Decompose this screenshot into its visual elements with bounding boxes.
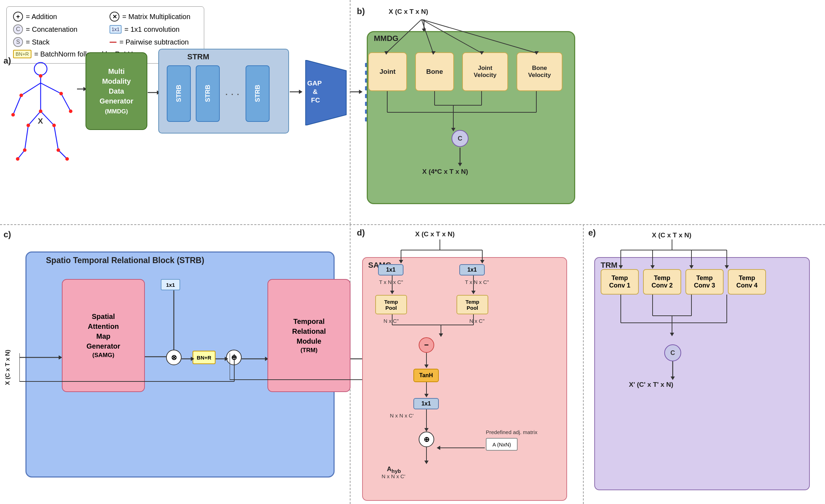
arrow-gap-output <box>350 88 363 96</box>
matrix-mult-label: = Matrix Multiplication <box>122 13 190 21</box>
svg-marker-31 <box>306 60 346 125</box>
temp-conv-3: TempConv 3 <box>685 269 724 295</box>
svg-line-5 <box>61 94 71 111</box>
svg-text:X: X <box>38 117 43 125</box>
svg-marker-100 <box>390 291 394 294</box>
svg-point-23 <box>65 157 69 161</box>
svg-marker-98 <box>480 260 484 263</box>
vertical-divider-top <box>350 0 350 224</box>
svg-marker-128 <box>689 265 694 269</box>
strb-input-label: X (C x T x N) <box>4 350 11 385</box>
trm-input-arrows <box>594 239 810 269</box>
svg-line-4 <box>13 95 21 115</box>
legend-conv: 1x1 = 1x1 convolution <box>110 24 198 34</box>
legend-pairwise: = Pairwise subtraction <box>110 37 198 47</box>
mmdg-text: MultiModalityDataGenerator(MMDG) <box>100 66 134 116</box>
vertical-divider-bottom-2 <box>583 224 584 504</box>
strb-detail-title: Spatio Temporal Relational Block (STRB) <box>46 256 204 265</box>
addition-label: = Addition <box>26 13 57 21</box>
samg-pool-right: TempPool <box>456 295 488 314</box>
section-c-label: c) <box>4 230 11 239</box>
arrow-trm-concat-down <box>664 361 681 381</box>
concat-circle-trm: C <box>664 344 681 361</box>
svg-point-13 <box>19 94 23 97</box>
svg-marker-36 <box>359 90 363 94</box>
svg-point-16 <box>69 109 72 113</box>
panel-b-input-label: X (C x T x N) <box>389 8 428 16</box>
stack-icon: S <box>13 37 23 47</box>
strb-block-2: STRB <box>196 65 220 122</box>
samg-conv-right: 1x1 <box>459 264 485 275</box>
adj-matrix-box: A (NxN) <box>486 438 518 451</box>
temp-conv-1: TempConv 1 <box>601 269 639 295</box>
samg-conv-left: 1x1 <box>378 264 403 275</box>
samg-output-label: Ahyb <box>387 466 401 474</box>
gap-fc-box: GAP & FC <box>302 60 350 125</box>
skip-connection-1 <box>19 346 238 385</box>
temp-conv-4: TempConv 4 <box>728 269 766 295</box>
section-d-label: d) <box>357 228 365 238</box>
svg-point-22 <box>16 157 19 161</box>
arrow-adj-oplus <box>435 444 487 452</box>
svg-line-3 <box>41 83 61 94</box>
samg-input-label: X (C x T x N) <box>415 230 455 238</box>
trm-arrows-concat <box>594 295 810 344</box>
strb-block-1: STRB <box>167 65 191 122</box>
svg-line-51 <box>422 19 482 53</box>
legend-matrix-mult: ✕ = Matrix Multiplication <box>110 12 198 22</box>
svg-line-8 <box>25 125 28 150</box>
samg-arrows-pool <box>362 275 567 295</box>
svg-marker-144 <box>671 376 675 380</box>
arrow-strm-gap <box>290 88 303 96</box>
concat-icon: C <box>13 24 23 34</box>
svg-marker-125 <box>650 265 655 269</box>
stack-label: = Stack <box>26 38 49 46</box>
svg-marker-118 <box>424 461 429 464</box>
svg-point-12 <box>39 74 42 78</box>
strb-block-3: STRB <box>246 65 270 122</box>
svg-marker-95 <box>399 260 403 263</box>
svg-text:&: & <box>313 88 318 95</box>
svg-point-17 <box>39 109 42 113</box>
samg-pool-left: TempPool <box>375 295 407 314</box>
svg-marker-114 <box>424 428 429 432</box>
samg-conv3: 1x1 <box>413 398 439 409</box>
horizontal-divider <box>0 224 825 225</box>
svg-text:GAP: GAP <box>307 79 322 87</box>
samg-arrows-subtract <box>362 314 567 337</box>
svg-point-19 <box>52 124 56 127</box>
section-b-label: b) <box>357 6 365 16</box>
trm-input-label: X (C x T x N) <box>652 231 691 239</box>
skeleton-figure: X <box>5 55 78 164</box>
conv-label: = 1x1 convolution <box>124 25 179 34</box>
svg-marker-50 <box>431 51 436 55</box>
svg-line-47 <box>386 19 422 53</box>
pairwise-icon <box>110 42 117 43</box>
conv-icon: 1x1 <box>110 25 122 34</box>
svg-marker-131 <box>725 265 729 269</box>
predefined-label: Predefined adj. matrix <box>486 429 537 435</box>
svg-marker-48 <box>384 51 389 55</box>
svg-marker-116 <box>437 446 440 450</box>
svg-line-49 <box>422 19 433 53</box>
svg-marker-106 <box>439 333 443 337</box>
svg-line-9 <box>54 125 58 150</box>
svg-marker-110 <box>424 364 429 368</box>
matrix-mult-icon: ✕ <box>110 12 119 22</box>
svg-point-20 <box>23 148 26 152</box>
section-e-label: e) <box>588 228 596 238</box>
svg-point-21 <box>57 148 60 152</box>
subtract-circle: − <box>419 337 434 353</box>
concat-label: = Concatenation <box>26 25 77 34</box>
temp-conv-2: TempConv 2 <box>643 269 681 295</box>
strb-dots: · · · <box>225 90 240 99</box>
svg-marker-67 <box>458 163 462 166</box>
addition-icon: + <box>13 12 23 22</box>
strb-conv-box: 1x1 <box>161 279 180 290</box>
svg-point-15 <box>11 113 15 117</box>
svg-line-2 <box>21 83 41 95</box>
arrow-tanh-conv3 <box>419 382 434 398</box>
arrow-subtract-tanh <box>419 353 434 369</box>
panel-b-output-label: X (4*C x T x N) <box>422 168 468 176</box>
pairwise-label: = Pairwise subtraction <box>119 38 189 46</box>
